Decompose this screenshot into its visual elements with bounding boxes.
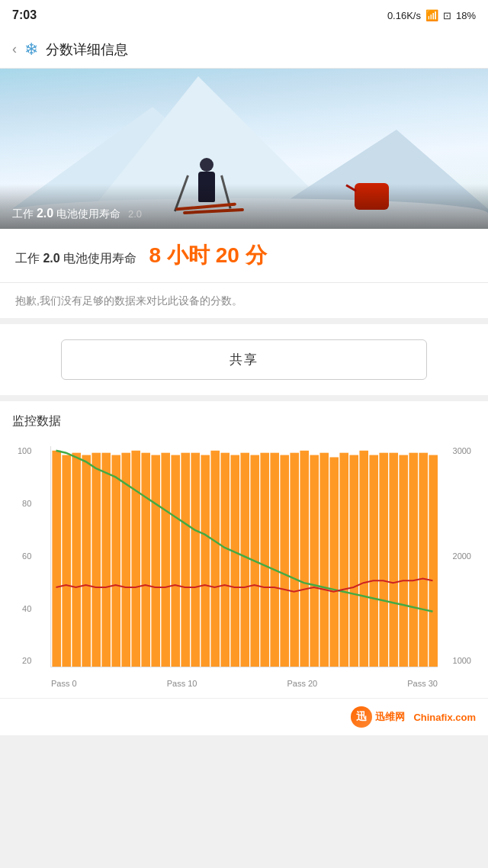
svg-rect-32 xyxy=(369,455,378,667)
app-icon: ❄ xyxy=(24,40,38,59)
svg-rect-23 xyxy=(280,455,289,667)
monitor-section: 监控数据 100 80 60 40 20 3000 2000 1000 Pass… xyxy=(0,401,488,698)
share-button[interactable]: 共享 xyxy=(61,339,427,380)
x-label-pass20: Pass 20 xyxy=(287,679,317,688)
battery-indicator: 18% xyxy=(456,10,476,21)
svg-rect-2 xyxy=(72,453,81,667)
svg-rect-31 xyxy=(359,451,368,667)
y-axis-right: 3000 2000 1000 xyxy=(453,446,471,667)
svg-rect-27 xyxy=(319,453,329,667)
chart-svg xyxy=(51,446,438,667)
score-bold: 2.0 xyxy=(43,252,59,265)
svg-rect-37 xyxy=(419,453,428,667)
hero-score: 2.0 xyxy=(128,208,142,220)
header: ‹ ❄ 分数详细信息 xyxy=(0,31,488,69)
y-right-label-3000: 3000 xyxy=(453,446,471,455)
svg-rect-11 xyxy=(161,453,170,667)
signal-icon: ⊡ xyxy=(443,10,451,21)
svg-rect-1 xyxy=(62,455,71,667)
svg-rect-12 xyxy=(171,455,180,667)
hero-image: 工作 2.0 电池使用寿命 2.0 xyxy=(0,69,488,229)
svg-rect-10 xyxy=(151,455,160,667)
back-button[interactable]: ‹ xyxy=(12,41,17,57)
svg-rect-4 xyxy=(92,453,101,667)
svg-rect-19 xyxy=(240,453,249,667)
skier-head xyxy=(200,158,214,172)
x-label-pass30: Pass 30 xyxy=(407,679,438,688)
watermark-brand: 迅维网 xyxy=(375,710,405,724)
status-bar: 7:03 0.16K/s 📶 ⊡ 18% xyxy=(0,0,488,31)
svg-rect-24 xyxy=(290,453,299,667)
chart-bars xyxy=(52,451,438,667)
hero-overlay-text: 工作 2.0 电池使用寿命 2.0 xyxy=(12,207,142,220)
x-label-pass10: Pass 10 xyxy=(167,679,197,688)
score-middle: 电池使用寿命 xyxy=(63,252,136,265)
watermark-domain xyxy=(408,712,411,723)
notice-text: 抱歉,我们没有足够的数据来对比此设备的分数。 xyxy=(15,294,242,307)
y-axis-left: 100 80 60 40 20 xyxy=(18,446,31,667)
hero-prefix: 工作 xyxy=(12,207,34,220)
x-label-pass0: Pass 0 xyxy=(51,679,77,688)
score-value: 8 小时 20 分 xyxy=(149,243,267,267)
svg-rect-28 xyxy=(329,458,339,667)
y-right-label-1000: 1000 xyxy=(453,656,471,665)
svg-rect-0 xyxy=(52,451,61,667)
logo-char: 迅 xyxy=(356,710,367,724)
svg-rect-18 xyxy=(230,455,239,667)
network-speed: 0.16K/s xyxy=(387,10,421,21)
svg-rect-15 xyxy=(201,455,210,667)
watermark-url: Chinafix.com xyxy=(413,712,476,723)
share-section: 共享 xyxy=(0,324,488,401)
svg-rect-25 xyxy=(300,451,309,667)
svg-rect-16 xyxy=(210,451,220,667)
battery-percent: 18% xyxy=(456,10,476,21)
wifi-icon: 📶 xyxy=(425,9,438,21)
svg-rect-29 xyxy=(339,453,348,667)
status-bar-right: 0.16K/s 📶 ⊡ 18% xyxy=(387,9,476,21)
logo-icon: 迅 xyxy=(351,706,372,728)
x-axis: Pass 0 Pass 10 Pass 20 Pass 30 xyxy=(51,679,438,688)
svg-rect-35 xyxy=(399,455,408,667)
score-section: 工作 2.0 电池使用寿命 8 小时 20 分 xyxy=(0,229,488,283)
svg-rect-9 xyxy=(141,453,150,667)
svg-rect-33 xyxy=(379,453,388,667)
watermark: 迅 迅维网 Chinafix.com xyxy=(0,698,488,735)
chart-container: 100 80 60 40 20 3000 2000 1000 Pass 0 Pa… xyxy=(12,439,476,698)
page-title: 分数详细信息 xyxy=(46,40,128,59)
hero-middle: 电池使用寿命 xyxy=(56,207,120,220)
y-label-40: 40 xyxy=(22,604,31,613)
svg-rect-5 xyxy=(101,453,111,667)
svg-rect-26 xyxy=(310,455,319,667)
y-right-label-2000: 2000 xyxy=(453,551,471,561)
svg-rect-22 xyxy=(270,453,279,667)
notice-section: 抱歉,我们没有足够的数据来对比此设备的分数。 xyxy=(0,283,488,324)
svg-rect-38 xyxy=(429,455,438,667)
y-label-80: 80 xyxy=(22,499,31,508)
svg-rect-8 xyxy=(131,451,140,667)
chart-inner: 100 80 60 40 20 3000 2000 1000 Pass 0 Pa… xyxy=(50,446,438,667)
svg-rect-6 xyxy=(111,455,120,667)
y-label-100: 100 xyxy=(18,446,31,455)
watermark-logo: 迅 迅维网 Chinafix.com xyxy=(351,706,476,728)
monitor-title: 监控数据 xyxy=(12,413,476,429)
hero-bold: 2.0 xyxy=(37,207,53,220)
svg-rect-34 xyxy=(389,453,398,667)
hero-overlay: 工作 2.0 电池使用寿命 2.0 xyxy=(0,184,488,229)
svg-rect-17 xyxy=(220,453,230,667)
y-label-20: 20 xyxy=(22,656,31,665)
svg-rect-30 xyxy=(349,455,358,667)
svg-rect-14 xyxy=(191,453,200,667)
svg-rect-36 xyxy=(409,453,418,667)
time-display: 7:03 xyxy=(12,8,37,22)
svg-rect-13 xyxy=(181,453,190,667)
score-prefix: 工作 xyxy=(15,252,40,265)
svg-rect-21 xyxy=(260,453,269,667)
y-label-60: 60 xyxy=(22,551,31,561)
svg-rect-3 xyxy=(82,455,91,667)
